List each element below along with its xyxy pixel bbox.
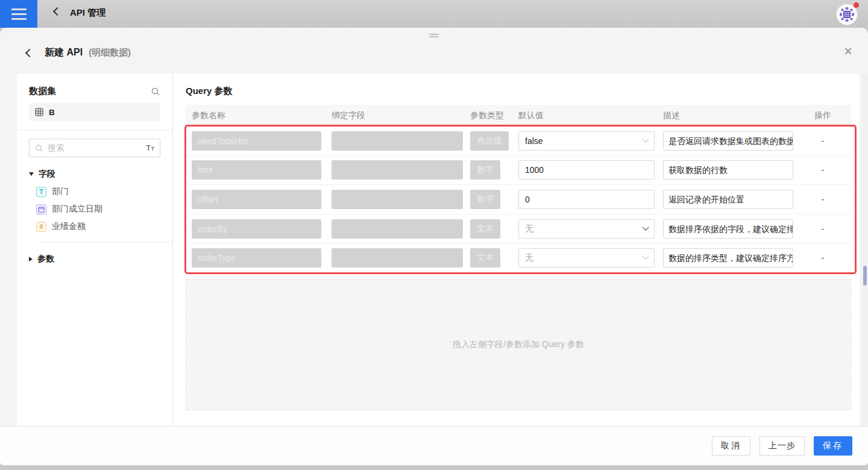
text-filter-icon[interactable]: TT <box>146 143 154 152</box>
query-param-row: offset - 数字 0 返回记录的开始位置 - <box>186 185 851 215</box>
new-api-dialog: 新建 API (明细数据) 基础信息 2 请求参数配置 × 数据集 <box>0 28 868 465</box>
divider <box>37 242 172 242</box>
row-operation: - <box>822 165 825 175</box>
fields-section-label: 字段 <box>39 169 55 180</box>
field-type-icon: # <box>36 222 46 232</box>
row-operation: - <box>822 136 825 146</box>
fields-list: T 部门 部门成立日期 # 业绩金额 <box>29 186 160 232</box>
fields-section-toggle[interactable]: 字段 <box>29 169 160 180</box>
search-icon[interactable] <box>151 87 160 96</box>
default-value-input[interactable]: false <box>518 131 655 151</box>
app-title: API 管理 <box>70 7 105 19</box>
dataset-item-label: B <box>49 108 55 117</box>
default-value-input[interactable]: 0 <box>518 190 655 209</box>
default-value-input[interactable]: 1000 <box>518 160 655 180</box>
param-name-input: limit <box>192 160 321 180</box>
dataset-item[interactable]: B <box>29 103 160 121</box>
column-header: 操作 <box>794 110 851 121</box>
sidebar: 数据集 B <box>17 74 173 426</box>
param-name-input: orderType <box>192 248 321 268</box>
bind-field-input: - <box>332 219 463 239</box>
bind-field-input: - <box>332 190 463 209</box>
param-name-input: needTotalHits <box>192 131 321 151</box>
field-item-label: 部门成立日期 <box>52 204 102 215</box>
divider <box>17 130 172 130</box>
save-button[interactable]: 保存 <box>814 436 852 456</box>
row-operation: - <box>822 224 825 234</box>
param-type-badge: 布尔值 <box>470 131 509 151</box>
app-logo-icon[interactable] <box>835 3 858 26</box>
cancel-button[interactable]: 取消 <box>712 436 750 456</box>
default-value-input[interactable]: 无 <box>518 248 655 268</box>
table-header: 参数名称绑定字段参数类型默认值描述操作 <box>186 105 851 127</box>
search-placeholder: 搜索 <box>48 143 142 154</box>
dialog-title: 新建 API <box>45 46 83 59</box>
dialog-subtitle: (明细数据) <box>89 47 131 58</box>
row-operation: - <box>822 253 825 263</box>
scrollbar-thumb[interactable] <box>863 266 867 286</box>
param-name-input: offset <box>192 190 321 209</box>
menu-button[interactable] <box>0 0 37 28</box>
query-param-row: orderBy - 文本 无 数据排序依据的字段，建议确定排序 - <box>186 215 851 244</box>
param-type-badge: 数字 <box>470 160 500 180</box>
table-rows: needTotalHits - 布尔值 false 是否返回请求数据集或图表的数… <box>186 127 851 273</box>
dialog-footer: 取消 上一步 保存 <box>0 426 868 465</box>
chevron-down-icon <box>642 224 649 230</box>
params-section-label: 参数 <box>37 254 54 265</box>
column-header: 参数类型 <box>464 110 511 121</box>
dialog-back-icon[interactable] <box>25 48 34 57</box>
close-icon[interactable]: × <box>844 45 852 58</box>
field-type-icon: T <box>36 187 46 197</box>
param-type-badge: 文本 <box>470 219 500 239</box>
query-param-row: limit - 数字 1000 获取数据的行数 - <box>186 156 851 186</box>
back-icon[interactable] <box>53 7 61 16</box>
row-operation: - <box>822 195 825 204</box>
query-param-row: orderType - 文本 无 数据的排序类型，建议确定排序方式 - <box>186 243 851 273</box>
field-item[interactable]: 部门成立日期 <box>29 204 160 215</box>
field-item[interactable]: T 部门 <box>29 186 160 197</box>
params-section-toggle[interactable]: 参数 <box>29 254 160 265</box>
description-input[interactable]: 获取数据的行数 <box>663 160 793 180</box>
description-input[interactable]: 是否返回请求数据集或图表的数据 <box>663 131 793 151</box>
description-input[interactable]: 数据的排序类型，建议确定排序方式 <box>663 248 793 268</box>
bind-field-input: - <box>332 131 463 151</box>
column-header: 描述 <box>656 110 794 121</box>
bind-field-input: - <box>332 248 463 268</box>
field-search-input[interactable]: 搜索 TT <box>29 139 160 157</box>
query-params-panel: Query 参数 参数名称绑定字段参数类型默认值描述操作 needTotalHi… <box>173 74 860 426</box>
bind-field-input: - <box>332 160 463 180</box>
column-header: 默认值 <box>511 110 656 121</box>
scrollbar-track <box>862 74 868 426</box>
chevron-down-icon <box>642 253 649 260</box>
prev-step-button[interactable]: 上一步 <box>760 436 805 456</box>
table-icon <box>35 108 43 116</box>
notification-badge <box>854 2 859 8</box>
param-type-badge: 数字 <box>470 190 500 209</box>
field-item[interactable]: # 业绩金额 <box>29 221 160 232</box>
column-header: 参数名称 <box>186 110 326 121</box>
param-type-badge: 文本 <box>470 248 500 268</box>
query-params-title: Query 参数 <box>186 86 860 97</box>
dropzone-hint: 拖入左侧字段/参数添加 Query 参数 <box>453 339 584 350</box>
dialog-header: 新建 API (明细数据) 基础信息 2 请求参数配置 × <box>0 28 868 74</box>
description-input[interactable]: 数据排序依据的字段，建议确定排序 <box>663 219 793 239</box>
column-header: 绑定字段 <box>326 110 464 121</box>
default-value-input[interactable]: 无 <box>518 219 655 239</box>
field-item-label: 业绩金额 <box>52 221 86 232</box>
query-param-row: needTotalHits - 布尔值 false 是否返回请求数据集或图表的数… <box>186 127 851 156</box>
caret-down-icon <box>29 172 34 176</box>
search-icon <box>35 144 43 152</box>
caret-right-icon <box>29 257 33 262</box>
description-input[interactable]: 返回记录的开始位置 <box>663 190 793 209</box>
dataset-title: 数据集 <box>29 86 56 97</box>
field-type-icon <box>36 204 46 215</box>
param-name-input: orderBy <box>192 219 321 239</box>
query-param-dropzone[interactable]: 拖入左侧字段/参数添加 Query 参数 <box>186 279 851 410</box>
field-item-label: 部门 <box>52 186 69 197</box>
chevron-down-icon <box>642 136 649 142</box>
